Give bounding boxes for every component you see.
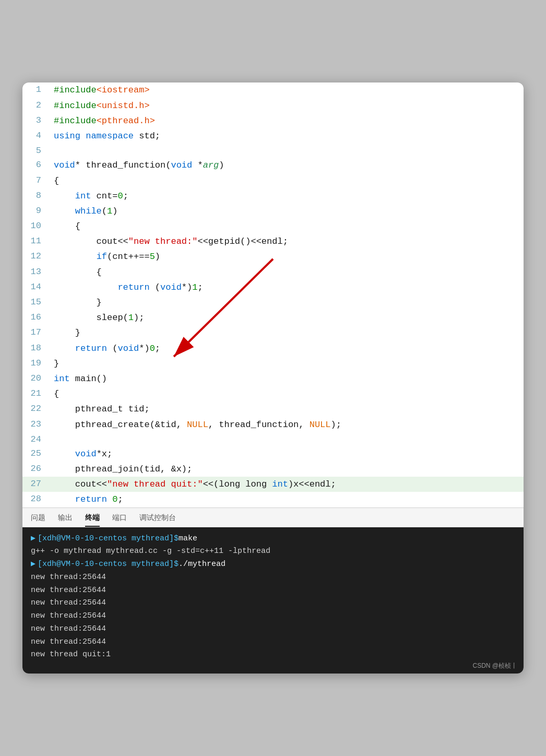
terminal-command: ./mythread <box>179 558 225 571</box>
code-line-16: 16 sleep(1); <box>22 310 524 325</box>
line-number-20: 20 <box>22 371 50 386</box>
line-code-25: void*x; <box>50 446 524 462</box>
line-code-23: pthread_create(&tid, NULL, thread_functi… <box>50 417 524 432</box>
line-number-14: 14 <box>22 280 50 295</box>
line-code-17: } <box>50 325 524 340</box>
line-number-15: 15 <box>22 295 50 310</box>
prompt-arrow-icon: ▶ <box>31 533 35 546</box>
code-line-26: 26 pthread_join(tid, &x); <box>22 462 524 477</box>
terminal-output-text: new thread:25644 <box>31 597 106 610</box>
tab-问题[interactable]: 问题 <box>31 511 45 527</box>
line-number-5: 5 <box>22 144 50 158</box>
line-code-14: return (void*)1; <box>50 280 524 295</box>
code-line-27: 27 cout<<"new thread quit:"<<(long long … <box>22 477 524 492</box>
line-code-1: #include<iostream> <box>50 82 524 98</box>
code-line-28: 28 return 0; <box>22 492 524 507</box>
line-code-16: sleep(1); <box>50 310 524 325</box>
line-code-19: } <box>50 356 524 371</box>
terminal-panel[interactable]: ▶ [xdh@VM-0-10-centos mythread]$ make g+… <box>22 527 524 674</box>
line-code-9: while(1) <box>50 204 524 219</box>
terminal-output-text: new thread:25644 <box>31 571 106 584</box>
terminal-tabs: 问题输出终端端口调试控制台 <box>22 508 524 527</box>
tab-端口[interactable]: 端口 <box>112 511 127 527</box>
terminal-line: new thread:25644 <box>31 571 515 584</box>
terminal-output-text: new thread:25644 <box>31 584 106 597</box>
line-code-20: int main() <box>50 371 524 386</box>
terminal-line: g++ -o mythread mythread.cc -g -std=c++1… <box>31 545 515 558</box>
code-line-21: 21{ <box>22 386 524 401</box>
line-code-10: { <box>50 219 524 234</box>
line-number-13: 13 <box>22 265 50 280</box>
line-code-27: cout<<"new thread quit:"<<(long long int… <box>50 477 524 492</box>
code-line-1: 1#include<iostream> <box>22 82 524 98</box>
code-line-19: 19} <box>22 356 524 371</box>
terminal-line: ▶ [xdh@VM-0-10-centos mythread]$ make <box>31 533 515 546</box>
line-number-10: 10 <box>22 219 50 234</box>
line-number-2: 2 <box>22 98 50 113</box>
code-line-18: 18 return (void*)0; <box>22 341 524 356</box>
terminal-line: new thread:25644 <box>31 610 515 623</box>
line-code-3: #include<pthread.h> <box>50 113 524 128</box>
code-line-20: 20int main() <box>22 371 524 386</box>
watermark: CSDN @桢桢丨 <box>472 662 517 670</box>
prompt-arrow-icon: ▶ <box>31 558 35 571</box>
line-number-1: 1 <box>22 82 50 98</box>
terminal-line: ▶ [xdh@VM-0-10-centos mythread]$ ./mythr… <box>31 558 515 571</box>
terminal-output-text: new thread:25644 <box>31 623 106 636</box>
terminal-line: new thread quit:1 <box>31 648 515 662</box>
line-code-15: } <box>50 295 524 310</box>
code-line-4: 4using namespace std; <box>22 128 524 144</box>
line-number-7: 7 <box>22 173 50 188</box>
terminal-line: new thread:25644 <box>31 584 515 597</box>
code-line-6: 6void* thread_function(void *arg) <box>22 158 524 173</box>
line-number-22: 22 <box>22 401 50 417</box>
line-number-18: 18 <box>22 341 50 356</box>
line-code-21: { <box>50 386 524 401</box>
code-table: 1#include<iostream>2#include<unistd.h>3#… <box>22 82 524 507</box>
code-line-14: 14 return (void*)1; <box>22 280 524 295</box>
line-code-12: if(cnt++==5) <box>50 249 524 264</box>
code-line-15: 15 } <box>22 295 524 310</box>
code-line-2: 2#include<unistd.h> <box>22 98 524 113</box>
code-line-24: 24 <box>22 432 524 446</box>
code-line-13: 13 { <box>22 265 524 280</box>
tab-终端[interactable]: 终端 <box>85 511 100 527</box>
terminal-output-text: new thread:25644 <box>31 636 106 649</box>
line-code-8: int cnt=0; <box>50 188 524 204</box>
code-editor: 1#include<iostream>2#include<unistd.h>3#… <box>22 82 524 507</box>
line-number-17: 17 <box>22 325 50 340</box>
line-code-26: pthread_join(tid, &x); <box>50 462 524 477</box>
code-line-9: 9 while(1) <box>22 204 524 219</box>
code-line-8: 8 int cnt=0; <box>22 188 524 204</box>
terminal-line: new thread:25644 <box>31 623 515 636</box>
tab-调试控制台[interactable]: 调试控制台 <box>139 511 176 527</box>
line-number-11: 11 <box>22 234 50 249</box>
line-code-13: { <box>50 265 524 280</box>
terminal-output-text: new thread:25644 <box>31 610 106 623</box>
line-number-27: 27 <box>22 477 50 492</box>
tab-输出[interactable]: 输出 <box>58 511 73 527</box>
line-code-5 <box>50 144 524 158</box>
line-code-11: cout<<"new thread:"<<getpid()<<endl; <box>50 234 524 249</box>
terminal-line: new thread:25644 <box>31 597 515 610</box>
line-number-3: 3 <box>22 113 50 128</box>
line-number-25: 25 <box>22 446 50 462</box>
code-line-22: 22 pthread_t tid; <box>22 401 524 417</box>
line-number-19: 19 <box>22 356 50 371</box>
line-number-21: 21 <box>22 386 50 401</box>
code-line-17: 17 } <box>22 325 524 340</box>
line-code-6: void* thread_function(void *arg) <box>50 158 524 173</box>
line-code-18: return (void*)0; <box>50 341 524 356</box>
code-line-25: 25 void*x; <box>22 446 524 462</box>
line-code-28: return 0; <box>50 492 524 507</box>
code-line-3: 3#include<pthread.h> <box>22 113 524 128</box>
code-line-5: 5 <box>22 144 524 158</box>
line-number-9: 9 <box>22 204 50 219</box>
code-line-23: 23 pthread_create(&tid, NULL, thread_fun… <box>22 417 524 432</box>
line-code-4: using namespace std; <box>50 128 524 144</box>
code-line-11: 11 cout<<"new thread:"<<getpid()<<endl; <box>22 234 524 249</box>
line-code-2: #include<unistd.h> <box>50 98 524 113</box>
code-line-10: 10 { <box>22 219 524 234</box>
terminal-prompt: [xdh@VM-0-10-centos mythread]$ <box>38 533 179 546</box>
line-number-6: 6 <box>22 158 50 173</box>
